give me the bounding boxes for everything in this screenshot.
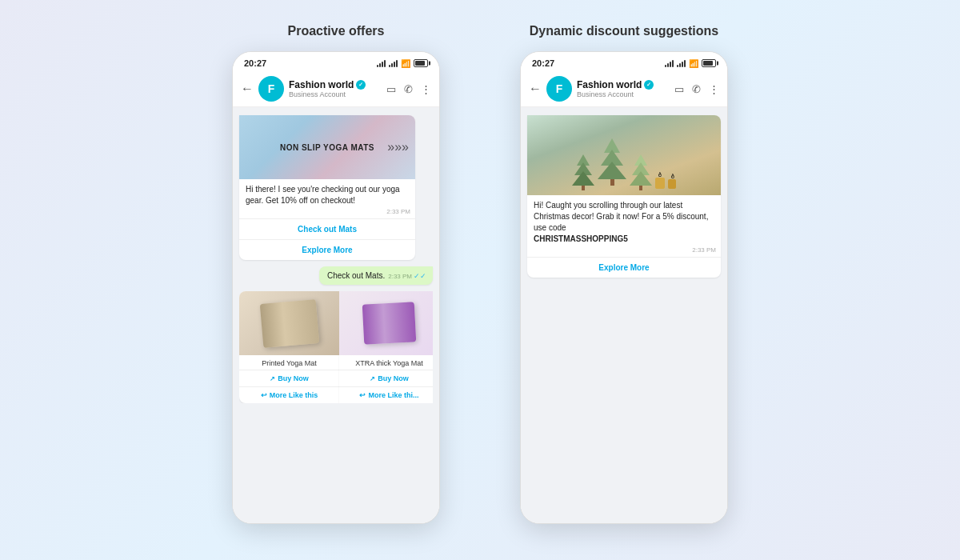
left-sent-bubble: Check out Mats. 2:33 PM ✓✓ (319, 266, 433, 285)
left-purple-mat-visual (362, 302, 417, 344)
left-phone-frame: 20:27 📶 (232, 51, 440, 524)
left-phone-icon[interactable]: ✆ (404, 83, 413, 95)
right-status-icons: 📶 (665, 59, 716, 68)
right-chat-body: Hi! Caught you scrolling through our lat… (521, 107, 727, 523)
left-buy-now-2[interactable]: ↗ Buy Now (339, 370, 433, 386)
right-phone-frame: 20:27 📶 (520, 51, 728, 524)
right-xmas-img (527, 115, 721, 195)
left-signal-icon2 (389, 59, 398, 67)
right-msg-time: 2:33 PM (527, 246, 721, 257)
right-verified-badge: ✓ (644, 80, 654, 90)
left-check-out-mats-button[interactable]: Check out Mats (239, 218, 415, 239)
left-signal-icon (377, 59, 386, 67)
left-more-like-icon-1: ↩ (261, 391, 267, 399)
right-wifi-icon: 📶 (689, 59, 698, 68)
right-msg-text: Hi! Caught you scrolling through our lat… (527, 195, 721, 246)
left-explore-more-button[interactable]: Explore More (239, 239, 415, 260)
left-chat-body: NON SLIP YOGA MATS »»» Hi there! I see y… (233, 107, 439, 523)
left-status-icons: 📶 (377, 59, 428, 68)
left-ext-link-icon-1: ↗ (270, 375, 275, 382)
right-status-time: 20:27 (532, 58, 554, 68)
left-product-row: Printed Yoga Mat ↗ Buy Now ↩ More Like t… (239, 291, 433, 403)
right-back-button[interactable]: ← (529, 82, 542, 96)
left-panel: Proactive offers 20:27 📶 (224, 24, 448, 524)
right-chat-name: Fashion world ✓ (577, 79, 670, 90)
left-product-card-2: XTRA thick Yoga Mat ↗ Buy Now ↩ More Lik… (339, 291, 433, 403)
right-status-bar: 20:27 📶 (521, 52, 727, 71)
left-sent-time: 2:33 PM (388, 273, 412, 280)
right-phone-icon[interactable]: ✆ (692, 83, 701, 95)
left-more-like-1[interactable]: ↩ More Like this (239, 386, 339, 403)
left-product-name-2: XTRA thick Yoga Mat (339, 355, 433, 370)
left-msg-time: 2:33 PM (239, 208, 415, 218)
right-chat-info: Fashion world ✓ Business Account (577, 79, 670, 98)
right-avatar: F (546, 76, 572, 102)
right-tree-2 (598, 138, 626, 186)
right-signal-icon (665, 59, 674, 67)
right-discount-code: CHRISTMASSHOPPING5 (534, 234, 628, 243)
left-more-icon[interactable]: ⋮ (421, 83, 431, 95)
left-video-icon[interactable]: ▭ (386, 83, 396, 95)
left-buy-now-1[interactable]: ↗ Buy Now (239, 370, 339, 386)
right-candle-2 (668, 179, 676, 189)
left-wifi-icon: 📶 (401, 59, 410, 68)
left-yoga-msg-bubble: NON SLIP YOGA MATS »»» Hi there! I see y… (239, 115, 415, 260)
right-battery-icon (702, 59, 716, 67)
right-panel: Dynamic discount suggestions 20:27 📶 (512, 24, 736, 524)
right-explore-more-button[interactable]: Explore More (527, 257, 721, 278)
left-panel-title: Proactive offers (288, 24, 385, 38)
left-status-time: 20:27 (244, 58, 266, 68)
left-msg-text: Hi there! I see you're checking out our … (239, 179, 415, 208)
left-yoga-mat-banner: NON SLIP YOGA MATS »»» (239, 115, 415, 179)
right-header-icons: ▭ ✆ ⋮ (674, 83, 719, 95)
right-tree-3 (630, 154, 652, 190)
right-chat-header: ← F Fashion world ✓ Business Account ▭ ✆… (521, 71, 727, 107)
left-chat-subtitle: Business Account (289, 90, 382, 98)
left-printed-mat-visual (259, 299, 319, 348)
left-ext-link-icon-2: ↗ (370, 375, 375, 382)
right-candle-1 (655, 178, 665, 189)
left-header-icons: ▭ ✆ ⋮ (386, 83, 431, 95)
left-product-name-1: Printed Yoga Mat (239, 355, 339, 370)
left-product-card-1: Printed Yoga Mat ↗ Buy Now ↩ More Like t… (239, 291, 339, 403)
left-yoga-mat-deco: »»» (387, 140, 409, 154)
right-chat-subtitle: Business Account (577, 90, 670, 98)
left-status-bar: 20:27 📶 (233, 52, 439, 71)
left-product-img-2 (339, 291, 433, 355)
left-sent-meta: 2:33 PM ✓✓ (388, 272, 426, 280)
right-panel-title: Dynamic discount suggestions (530, 24, 718, 38)
right-tree-1 (572, 154, 594, 190)
left-verified-badge: ✓ (356, 80, 366, 90)
left-more-like-icon-2: ↩ (359, 391, 366, 399)
left-chat-info: Fashion world ✓ Business Account (289, 79, 382, 98)
left-yoga-mat-text: NON SLIP YOGA MATS (280, 143, 374, 152)
right-video-icon[interactable]: ▭ (674, 83, 684, 95)
left-sent-text: Check out Mats. (327, 271, 385, 280)
left-chat-header: ← F Fashion world ✓ Business Account ▭ ✆… (233, 71, 439, 107)
left-avatar: F (258, 76, 284, 102)
left-product-img-1 (239, 291, 339, 355)
left-battery-icon (414, 59, 428, 67)
left-double-check-icon: ✓✓ (414, 272, 426, 280)
right-xmas-msg-bubble: Hi! Caught you scrolling through our lat… (527, 115, 721, 278)
right-more-icon[interactable]: ⋮ (709, 83, 719, 95)
left-chat-name: Fashion world ✓ (289, 79, 382, 90)
right-signal-icon2 (677, 59, 686, 67)
left-back-button[interactable]: ← (241, 82, 254, 96)
left-more-like-2[interactable]: ↩ More Like thi... (339, 386, 433, 403)
